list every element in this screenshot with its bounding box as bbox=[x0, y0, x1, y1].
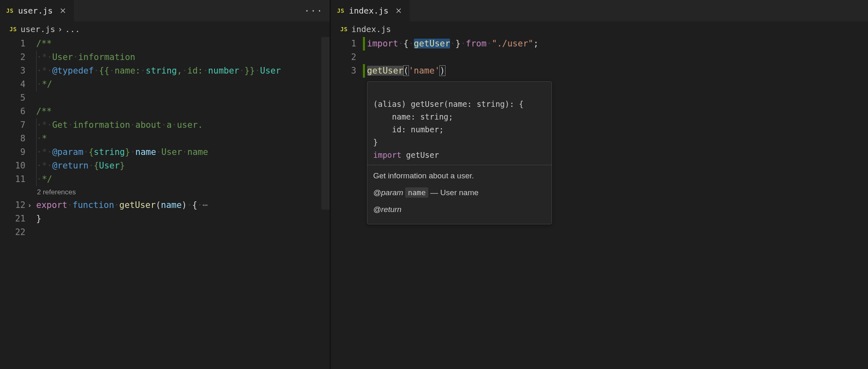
signature-hover-tooltip: (alias) getUser(name: string): { name: s… bbox=[367, 81, 552, 224]
close-icon[interactable] bbox=[58, 6, 67, 15]
codelens-references[interactable]: 2 references bbox=[36, 186, 330, 198]
close-icon[interactable] bbox=[394, 6, 403, 15]
js-file-icon: JS bbox=[5, 6, 15, 16]
line-number-gutter: 1 2 3 bbox=[331, 37, 367, 369]
diff-added-marker bbox=[363, 37, 365, 51]
tab-bar: JS user.js ··· bbox=[0, 0, 330, 21]
js-file-icon: JS bbox=[339, 24, 349, 34]
hover-documentation: Get information about a user. @param nam… bbox=[367, 165, 552, 224]
tab-actions[interactable]: ··· bbox=[298, 0, 330, 21]
breadcrumb-rest[interactable]: ... bbox=[65, 24, 80, 34]
code-area[interactable]: /** ·*·User·information ·*·@typedef·{{·n… bbox=[36, 37, 330, 369]
breadcrumb-file[interactable]: user.js bbox=[21, 24, 55, 34]
breadcrumb-file[interactable]: index.js bbox=[351, 24, 391, 34]
js-file-icon: JS bbox=[8, 24, 18, 34]
tab-label: index.js bbox=[349, 6, 388, 16]
minimap-slider[interactable] bbox=[321, 37, 330, 210]
code-editor[interactable]: 1 2 3 4 5 6 7 8 9 10 11 12 21 22 /** ·*·… bbox=[0, 37, 330, 369]
code-editor[interactable]: 1 2 3 import·{·getUser·}·from·"./user"; … bbox=[331, 37, 868, 369]
hover-signature: (alias) getUser(name: string): { name: s… bbox=[367, 82, 552, 165]
tab-user-js[interactable]: JS user.js bbox=[0, 0, 74, 21]
diff-added-marker bbox=[363, 64, 365, 78]
chevron-right-icon[interactable]: › bbox=[25, 198, 34, 212]
breadcrumb[interactable]: JS user.js › ... bbox=[0, 21, 330, 37]
code-area[interactable]: import·{·getUser·}·from·"./user"; getUse… bbox=[367, 37, 868, 369]
more-icon[interactable]: ··· bbox=[304, 6, 323, 16]
tab-bar: JS index.js bbox=[331, 0, 868, 21]
chevron-right-icon: › bbox=[58, 24, 62, 34]
tab-label: user.js bbox=[18, 6, 53, 16]
editor-pane-right: JS index.js JS index.js 1 2 3 import·{·g… bbox=[331, 0, 868, 369]
editor-pane-left: JS user.js ··· JS user.js › ... 1 2 3 4 … bbox=[0, 0, 331, 369]
breadcrumb[interactable]: JS index.js bbox=[331, 21, 868, 37]
js-file-icon: JS bbox=[336, 6, 346, 16]
tab-index-js[interactable]: JS index.js bbox=[331, 0, 410, 21]
